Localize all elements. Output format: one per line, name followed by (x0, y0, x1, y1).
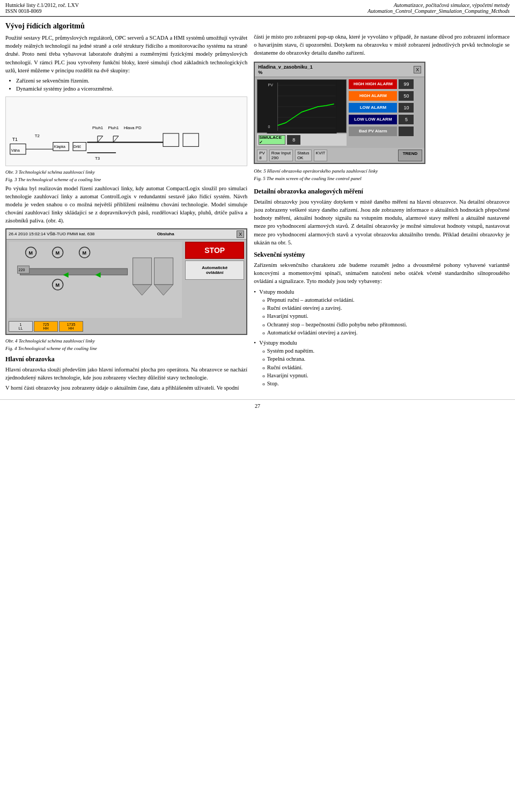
vstupy-sub-5: Automatické ovládání otevírej a zavírej. (262, 329, 510, 337)
vstupy-sub-1: Přepnutí ruční – automatické ovládání. (262, 296, 510, 304)
footer-row-input: Row Input290 (269, 150, 293, 161)
svg-text:0: 0 (268, 125, 270, 129)
vstupy-sub-4: Ochranný stop – bezpečnostní čidlo pohyb… (262, 321, 510, 329)
intro-paragraph: Použité sestavy PLC, průmyslových regulá… (5, 34, 247, 75)
svg-text:Hlava PD: Hlava PD (124, 125, 142, 130)
header-left: Hutnické listy č.1/2012, roč. LXV ISSN 0… (5, 2, 79, 14)
svg-text:T2: T2 (35, 133, 40, 138)
hmi2-panel: 26.4 2010 15:02:14 VŠB-TUO FMMI kat. 638… (5, 228, 247, 335)
hmi2-body: M M M 220 M (6, 240, 246, 320)
vystupy-sub-1: Systém pod napětím. (262, 347, 510, 355)
svg-rect-25 (20, 269, 128, 275)
sekvencni-title: Sekvenční systémy (254, 251, 510, 259)
fig5-caption-cs: Obr. 5 Hlavní obrazovka operátorského pa… (254, 168, 378, 183)
alarm-panel-close[interactable]: X (414, 66, 421, 73)
alarm-panel-title: Hladina_v_zasobniku_1% (258, 64, 313, 75)
vystupy-sub-list: Systém pod napětím. Tepelná ochrana. Ruč… (262, 347, 510, 388)
journal-title: Hutnické listy č.1/2012, roč. LXV (5, 2, 79, 8)
fig3-caption-en: Fig. 3 The technological scheme of a coa… (5, 177, 247, 182)
header-right: Automatizace, počítačová simulace, výpoč… (367, 2, 510, 14)
bullet-item-1: Zařízení se sekvenčním řízením. (16, 77, 247, 85)
svg-text:Pluh1: Pluh1 (92, 125, 103, 130)
svg-text:Klapka: Klapka (54, 145, 65, 149)
alarm-footer: PV8 Row Input290 StatusOK KVIT TREND (255, 148, 424, 163)
svg-text:PV: PV (268, 83, 274, 87)
detailni-title: Detailní obrazovka analogových měření (254, 188, 510, 196)
svg-marker-35 (154, 285, 173, 295)
vstupy-sub-list: Přepnutí ruční – automatické ovládání. R… (262, 296, 510, 337)
alarm-panel: Hladina_v_zasobniku_1% X PV 0 (254, 62, 425, 164)
trend-button[interactable]: TREND (398, 150, 423, 161)
auto-button[interactable]: Automatickéovládání (185, 260, 244, 280)
hmi2-titlebar: 26.4 2010 15:02:14 VŠB-TUO FMMI kat. 638… (6, 229, 246, 240)
lla-value: 5 (399, 115, 414, 124)
hmi2-title-text: 26.4 2010 15:02:14 VŠB-TUO FMMI kat. 638 (9, 232, 94, 236)
la-label: LOW ALARM (349, 103, 397, 113)
vstupy-item: Vstupy modulu Přepnutí ruční – automatic… (254, 288, 510, 337)
fig4-caption-cs: Obr. 4 Technologické schéma zauhlovací l… (5, 338, 247, 344)
vystupy-label: Výstupy modulu (259, 340, 297, 346)
svg-rect-32 (133, 258, 152, 285)
article-title: Vývoj řídících algoritmů (5, 22, 247, 31)
bullet-list: Zařízení se sekvenčním řízením. Dynamick… (16, 77, 247, 93)
alarm-panel-header: Hladina_v_zasobniku_1% X (255, 63, 424, 77)
pv-chart: PV 0 (257, 79, 347, 133)
journal-issn: ISSN 0018-8069 (5, 8, 79, 14)
hmi2-sidebar: STOP Automatickéovládání (185, 242, 244, 318)
svg-marker-13 (98, 136, 103, 142)
vystupy-item: Výstupy modulu Systém pod napětím. Tepel… (254, 339, 510, 388)
fig5-captions: Obr. 5 Hlavní obrazovka operátorského pa… (254, 168, 510, 183)
module-list: Vstupy modulu Přepnutí ruční – automatic… (254, 288, 510, 388)
svg-rect-34 (154, 258, 173, 285)
main-content: Vývoj řídících algoritmů Použité sestavy… (0, 17, 515, 394)
hmi2-process-area: M M M 220 M (9, 242, 182, 318)
hmi2-process-svg: M M M 220 M (9, 242, 182, 317)
hmi2-val-ll: 1LL (9, 321, 33, 332)
svg-text:T3: T3 (95, 155, 100, 160)
alarm-ha-row: HIGH ALARM 50 (349, 91, 422, 101)
hha-label: HIGH HIGH ALARM (349, 79, 397, 89)
detailni-paragraph: Detailní obrazovky jsou vyvolány dotykem… (254, 198, 510, 247)
svg-text:Pluh1: Pluh1 (108, 125, 119, 130)
hha-value: 99 (399, 79, 414, 89)
vystupy-sub-5: Stop. (262, 379, 510, 388)
svg-text:M: M (56, 282, 60, 288)
hmi2-obsluha: Obsluha (157, 232, 174, 236)
alarm-la-row: LOW ALARM 10 (349, 103, 422, 113)
svg-rect-15 (163, 133, 179, 146)
hlavni-p1: Hlavní obrazovka slouží především jako h… (5, 366, 247, 382)
vstupy-label: Vstupy modulu (259, 289, 294, 295)
right-column: části je místo pro zobrazení pop-up okna… (254, 22, 510, 394)
hmi2-val-hh1: 725HH (34, 321, 58, 332)
page-header: Hutnické listy č.1/2012, roč. LXV ISSN 0… (0, 0, 515, 17)
alarm-panel-body: PV 0 (255, 77, 424, 148)
vstupy-sub-3: Havarijní vypnutí. (262, 312, 510, 320)
hmi2-close-button[interactable]: X (237, 230, 244, 238)
lla-label: LOW LOW ALARM (349, 115, 397, 124)
vystupy-sub-2: Tepelná ochrana. (262, 355, 510, 363)
diagram-3: T1 Váha T2 Klapka Drtič Pluh1 Pluh1 Hlav… (5, 96, 247, 166)
hlavni-title: Hlavní obrazovka (5, 355, 247, 363)
bullet-item-2: Dynamické systémy jedno a vícerozměrné. (16, 85, 247, 93)
sekvencni-paragraph: Zařízením sekvenčního charakteru zde bud… (254, 261, 510, 286)
svg-text:T1: T1 (12, 136, 18, 141)
alarm-bad-row: Bad PV Alarm (349, 126, 422, 136)
alarm-chart-col: PV 0 (257, 79, 347, 146)
fig4-caption-en: Fig. 4 Technological scheme of the coali… (5, 346, 247, 351)
svg-text:Váha: Váha (11, 148, 20, 152)
svg-marker-33 (133, 285, 152, 295)
diagram-3-svg: T1 Váha T2 Klapka Drtič Pluh1 Pluh1 Hlav… (6, 97, 247, 167)
bad-label: Bad PV Alarm (349, 126, 397, 136)
left-column: Vývoj řídících algoritmů Použité sestavy… (5, 22, 247, 394)
footer-status: StatusOK (295, 150, 312, 161)
pv-chart-svg: PV 0 (258, 80, 346, 133)
stop-button[interactable]: STOP (185, 242, 244, 259)
svg-marker-14 (113, 136, 119, 142)
vystupy-sub-3: Ruční ovládání. (262, 363, 510, 371)
svg-text:M: M (56, 250, 60, 256)
kvit-label[interactable]: KVIT (314, 150, 328, 161)
bad-value (399, 126, 414, 136)
simulace-check[interactable]: SIMULACE ✓ (259, 135, 285, 145)
hmi2-val-hh2: 1735HH (59, 321, 83, 332)
right-intro: části je místo pro zobrazení pop-up okna… (254, 33, 510, 57)
